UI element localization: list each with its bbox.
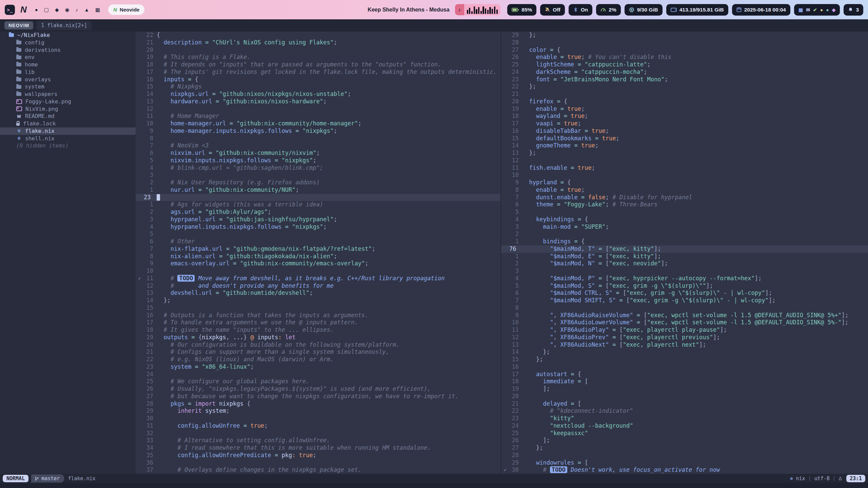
code-line[interactable]: 22{ (136, 32, 500, 39)
code-line[interactable]: 16 inputs = { (136, 76, 500, 83)
code-line[interactable]: 8 enable = true; (501, 186, 868, 194)
code-line[interactable]: 37 # Overlays define changes in the nixp… (136, 466, 500, 474)
code-line[interactable]: 27 color = { (501, 46, 868, 54)
code-line[interactable]: 19 # This config is a Flake. (136, 54, 500, 61)
active-window-pill[interactable]: N Neovide (108, 4, 144, 15)
code-line[interactable]: 6 nixvim.url = "github:nix-community/nix… (136, 149, 500, 157)
code-line[interactable]: 24 "nextcloud --background" (501, 422, 868, 430)
code-line[interactable]: 3 main-mod = "SUPER"; (501, 223, 868, 231)
tray-dot-icon[interactable]: ● (820, 7, 823, 12)
code-line[interactable]: 27 # but because we want to change the n… (136, 393, 500, 400)
tray-mail-icon[interactable]: ✉ (806, 7, 810, 12)
code-line[interactable]: 12 ", XF86AudioPrev" = ["exec, playerctl… (501, 334, 868, 341)
code-line[interactable]: 4 "$mainMod, P" = ["exec, hyprpicker --a… (501, 275, 868, 282)
tray-check-icon[interactable]: ✔ (813, 7, 817, 12)
code-line[interactable]: 6 "$mainMod CTRL, S" = ["exec, grim -g \… (501, 289, 868, 297)
code-line[interactable]: 9 emacs-overlay.url = "github:nix-commun… (136, 260, 500, 267)
code-line[interactable]: 18 # It depends on "inputs" that are pas… (136, 61, 500, 68)
code-line[interactable]: 17 autostart = { (501, 371, 868, 378)
code-line[interactable]: 20 (501, 393, 868, 400)
tree-item-flake-lock[interactable]: flake.lock (0, 120, 136, 127)
code-line[interactable]: 1 # Ags for widgets (this was a terrible… (136, 201, 500, 208)
code-line[interactable]: 11 ", XF86AudioPlay" = ["exec, playerctl… (501, 326, 868, 334)
now-playing-label[interactable]: Keep Shelly In Athens - Medusa (368, 7, 449, 13)
battery-widget[interactable]: 85% (507, 4, 536, 16)
code-line[interactable]: 11 # Home Manager (136, 113, 500, 120)
code-line[interactable]: 22 # "kdeconnect-indicator" (501, 407, 868, 415)
code-line[interactable]: 10 home-manager.url = "github:nix-commun… (136, 120, 500, 127)
code-line[interactable]: 12 (501, 157, 868, 164)
tray-diamond-icon[interactable]: ◆ (832, 7, 836, 12)
code-line[interactable]: 13 }; (501, 149, 868, 157)
code-line[interactable]: 5 (136, 230, 500, 238)
code-line[interactable]: 7 # NeoVim <3 (136, 142, 500, 149)
code-line[interactable]: 32 (136, 430, 500, 437)
code-line[interactable]: 24 darkScheme = "catppuccin-mocha"; (501, 68, 868, 76)
code-line[interactable]: 24 (136, 371, 500, 378)
code-line[interactable]: 7 "$mainMod SHIFT, S" = ["exec, grim -g … (501, 297, 868, 304)
code-line[interactable]: 9 ", XF86AudioRaiseVolume" = ["exec, wpc… (501, 312, 868, 319)
code-line[interactable]: 16 disableTabBar = true; (501, 127, 868, 135)
code-line[interactable]: 18 # It gives the name "inputs" to the .… (136, 326, 500, 334)
tree-item-readme-md[interactable]: MREADME.md (0, 113, 136, 120)
git-branch[interactable]: master (31, 474, 64, 483)
tree-item-foggy-lake-png[interactable]: Foggy-Lake.png (0, 98, 136, 105)
code-line[interactable]: 29 }; (501, 32, 868, 39)
code-line[interactable]: 6 theme = "Foggy-Lake"; # Three-Bears (501, 201, 868, 208)
code-line[interactable]: 20 firefox = { (501, 98, 868, 105)
code-line[interactable]: 12 (136, 105, 500, 113)
code-line[interactable]: 8 (136, 135, 500, 142)
code-line[interactable]: 1 bindings = { (501, 238, 868, 245)
code-line[interactable]: 2 (501, 230, 868, 238)
code-line[interactable]: 26 enable = true; # You can't disable th… (501, 54, 868, 61)
code-line[interactable]: 10 (501, 171, 868, 179)
workspace-icon[interactable]: ▢ (44, 7, 49, 13)
code-line[interactable]: 35 config.allowUnfreePredicate = pkg: tr… (136, 452, 500, 459)
music-visualizer[interactable]: ♪ (455, 4, 500, 15)
code-line[interactable]: 7 nix-flatpak.url = "github:gmodena/nix-… (136, 245, 500, 253)
tree-item-derivations[interactable]: derivations (0, 46, 136, 54)
code-line[interactable]: 13 devshell.url = "github:numtide/devshe… (136, 289, 500, 297)
code-line[interactable]: 14 gnomeTheme = true; (501, 142, 868, 149)
code-line[interactable]: 33 # Alternative to setting config.allow… (136, 437, 500, 444)
code-line[interactable]: 16 # Outputs is a function that takes th… (136, 312, 500, 319)
code-line[interactable]: 15 # Nixpkgs (136, 83, 500, 90)
code-line[interactable]: 2 # Nix User Repository (e.g. Firefox ad… (136, 179, 500, 186)
code-line[interactable]: 4 # blink-cmp.url = "github:saghen/blink… (136, 164, 500, 172)
code-line[interactable]: 18 wayland = true; (501, 113, 868, 120)
code-line[interactable]: 19 enable = true; (501, 105, 868, 113)
tree-item-wallpapers[interactable]: wallpapers (0, 90, 136, 98)
tree-item-system[interactable]: system (0, 83, 136, 90)
neovim-logo-icon[interactable]: N (20, 4, 27, 15)
code-line[interactable]: 23 (136, 194, 500, 201)
code-line[interactable]: 20 # Our configuration is buildable on t… (136, 341, 500, 349)
clock-widget[interactable]: 2025-06-18 00:04 (732, 4, 790, 16)
code-line[interactable]: 8 nix-alien.url = "github:thiagokokada/n… (136, 253, 500, 260)
terminal-icon[interactable]: >_ (5, 5, 15, 15)
code-line[interactable]: 31 config.allowUnfree = true; (136, 422, 500, 430)
code-line[interactable]: 3 (136, 171, 500, 179)
buffer-tab[interactable]: 1 flake.nix[2+] (37, 21, 91, 30)
code-line[interactable]: 28 (501, 452, 868, 459)
code-line[interactable]: 19 outputs = {nixpkgs, ...} @ inputs: le… (136, 334, 500, 341)
code-line[interactable]: 30 (136, 415, 500, 422)
code-line[interactable]: 14 }; (136, 297, 500, 304)
code-line[interactable]: 25 # We configure our global packages he… (136, 378, 500, 385)
tree-item-overlays[interactable]: overlays (0, 76, 136, 83)
editor-pane-right[interactable]: 29 };2827 color = {26 enable = true; # Y… (501, 32, 868, 474)
code-line[interactable]: 5 nixvim.inputs.nixpkgs.follows = "nixpk… (136, 157, 500, 164)
code-line[interactable]: 7 dunst.enable = false; # Disable for hy… (501, 194, 868, 201)
code-line[interactable]: 21 (501, 90, 868, 98)
code-line[interactable]: 15 (136, 304, 500, 312)
code-line[interactable]: 29 inherit system; (136, 407, 500, 415)
code-line[interactable]: 11 fish.enable = true; (501, 164, 868, 172)
code-line[interactable]: 36 (136, 459, 500, 467)
idle-inhibitor-widget[interactable]: Off (540, 4, 565, 16)
code-line[interactable]: 4 keybindings = { (501, 216, 868, 223)
tree-item-flake-nix[interactable]: ❄flake.nix (0, 127, 136, 135)
code-line[interactable]: 23 system = "x86_64-linux"; (136, 363, 500, 371)
code-line[interactable]: 14 }; (501, 348, 868, 356)
code-line[interactable]: 17 # The inputs' git revisions get locke… (136, 68, 500, 76)
code-line[interactable]: 3 hyprpanel.url = "github:jas-singhfsu/h… (136, 216, 500, 223)
code-line[interactable]: 1 "$mainMod, E" = ["exec, kitty"]; (501, 253, 868, 260)
